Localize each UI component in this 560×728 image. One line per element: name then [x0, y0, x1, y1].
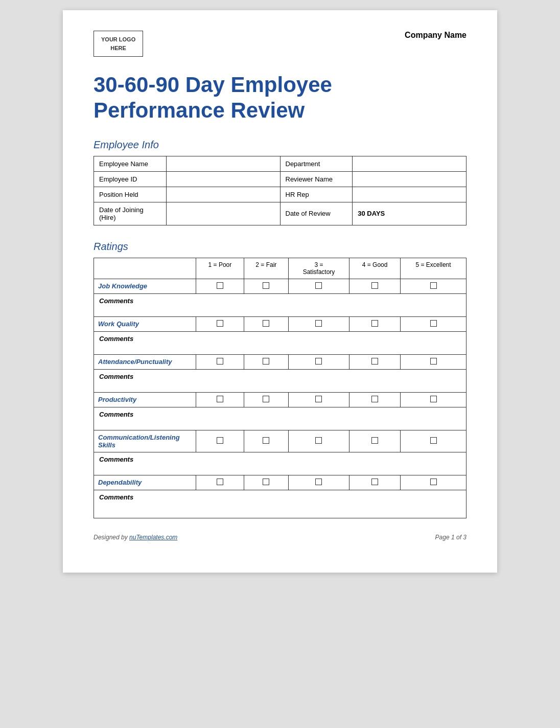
checkbox-5[interactable]	[430, 282, 437, 289]
checkbox-1[interactable]	[217, 479, 223, 485]
comments-work-quality[interactable]: Comments	[94, 331, 466, 354]
checkbox-cell[interactable]	[244, 279, 288, 293]
comments-attendance[interactable]: Comments	[94, 369, 466, 392]
nutemplates-link[interactable]: nuTemplates.com	[129, 534, 177, 541]
comments-job-knowledge[interactable]: Comments	[94, 293, 466, 316]
table-row: Work Quality	[94, 316, 466, 331]
checkbox-4[interactable]	[371, 437, 378, 444]
label-employee-name: Employee Name	[94, 156, 167, 171]
comments-dependability[interactable]: Comments	[94, 490, 466, 518]
checkbox-cell[interactable]	[244, 392, 288, 407]
ratings-section: Ratings 1 = Poor 2 = Fair 3 =Satisfactor…	[94, 241, 466, 518]
ratings-table: 1 = Poor 2 = Fair 3 =Satisfactory 4 = Go…	[94, 258, 466, 518]
checkbox-1[interactable]	[217, 437, 223, 444]
comments-productivity[interactable]: Comments	[94, 407, 466, 430]
checkbox-1[interactable]	[217, 282, 223, 289]
checkbox-4[interactable]	[371, 479, 378, 485]
checkbox-1[interactable]	[217, 358, 223, 365]
checkbox-2[interactable]	[263, 320, 269, 327]
checkbox-5[interactable]	[430, 437, 437, 444]
checkbox-5[interactable]	[430, 396, 437, 402]
checkbox-5[interactable]	[430, 479, 437, 485]
page: YOUR LOGO HERE Company Name 30-60-90 Day…	[63, 10, 497, 573]
checkbox-4[interactable]	[371, 320, 378, 327]
checkbox-cell[interactable]	[244, 316, 288, 331]
checkbox-2[interactable]	[263, 282, 269, 289]
comments-communication[interactable]: Comments	[94, 452, 466, 475]
checkbox-1[interactable]	[217, 320, 223, 327]
checkbox-cell[interactable]	[349, 279, 401, 293]
checkbox-3[interactable]	[315, 437, 322, 444]
checkbox-2[interactable]	[263, 479, 269, 485]
table-row: Productivity	[94, 392, 466, 407]
table-row: Comments	[94, 407, 466, 430]
checkbox-cell[interactable]	[288, 392, 349, 407]
checkbox-5[interactable]	[430, 320, 437, 327]
checkbox-3[interactable]	[315, 358, 322, 365]
checkbox-cell[interactable]	[196, 354, 244, 369]
company-name: Company Name	[405, 31, 466, 40]
table-row: Comments	[94, 293, 466, 316]
ratings-section-title: Ratings	[94, 241, 466, 253]
checkbox-2[interactable]	[263, 396, 269, 402]
value-date-review[interactable]: 30 DAYS	[353, 202, 466, 225]
checkbox-cell[interactable]	[401, 475, 466, 490]
checkbox-cell[interactable]	[401, 354, 466, 369]
checkbox-4[interactable]	[371, 358, 378, 365]
checkbox-2[interactable]	[263, 437, 269, 444]
checkbox-cell[interactable]	[196, 430, 244, 452]
checkbox-cell[interactable]	[244, 430, 288, 452]
table-row: Employee ID Reviewer Name	[94, 171, 466, 187]
value-department[interactable]	[353, 156, 466, 171]
checkbox-cell[interactable]	[288, 354, 349, 369]
checkbox-cell[interactable]	[349, 316, 401, 331]
checkbox-cell[interactable]	[196, 392, 244, 407]
value-employee-id[interactable]	[166, 171, 280, 187]
logo-box: YOUR LOGO HERE	[94, 31, 143, 57]
ratings-header-row: 1 = Poor 2 = Fair 3 =Satisfactory 4 = Go…	[94, 258, 466, 279]
checkbox-cell[interactable]	[349, 354, 401, 369]
checkbox-cell[interactable]	[244, 354, 288, 369]
value-reviewer-name[interactable]	[353, 171, 466, 187]
checkbox-5[interactable]	[430, 358, 437, 365]
checkbox-3[interactable]	[315, 282, 322, 289]
checkbox-cell[interactable]	[288, 430, 349, 452]
checkbox-4[interactable]	[371, 396, 378, 402]
main-title: 30-60-90 Day Employee Performance Review	[94, 72, 466, 124]
checkbox-cell[interactable]	[288, 279, 349, 293]
value-date-joining[interactable]	[166, 202, 280, 225]
checkbox-cell[interactable]	[244, 475, 288, 490]
value-employee-name[interactable]	[166, 156, 280, 171]
page-footer: Designed by nuTemplates.com Page 1 of 3	[94, 534, 466, 541]
checkbox-cell[interactable]	[349, 392, 401, 407]
checkbox-cell[interactable]	[196, 279, 244, 293]
checkbox-cell[interactable]	[401, 430, 466, 452]
label-position-held: Position Held	[94, 187, 167, 202]
checkbox-cell[interactable]	[349, 430, 401, 452]
checkbox-3[interactable]	[315, 320, 322, 327]
page-number: Page 1 of 3	[435, 534, 466, 541]
checkbox-3[interactable]	[315, 396, 322, 402]
checkbox-2[interactable]	[263, 358, 269, 365]
table-row: Position Held HR Rep	[94, 187, 466, 202]
checkbox-cell[interactable]	[401, 316, 466, 331]
table-row: Date of Joining(Hire) Date of Review 30 …	[94, 202, 466, 225]
checkbox-cell[interactable]	[401, 392, 466, 407]
category-work-quality: Work Quality	[94, 316, 196, 331]
checkbox-4[interactable]	[371, 282, 378, 289]
label-hr-rep: HR Rep	[280, 187, 353, 202]
header-2-fair: 2 = Fair	[244, 258, 288, 279]
value-position-held[interactable]	[166, 187, 280, 202]
checkbox-cell[interactable]	[288, 475, 349, 490]
table-row: Attendance/Punctuality	[94, 354, 466, 369]
checkbox-cell[interactable]	[349, 475, 401, 490]
checkbox-3[interactable]	[315, 479, 322, 485]
logo-line1: YOUR LOGO	[101, 36, 135, 42]
checkbox-1[interactable]	[217, 396, 223, 402]
checkbox-cell[interactable]	[401, 279, 466, 293]
label-date-review: Date of Review	[280, 202, 353, 225]
value-hr-rep[interactable]	[353, 187, 466, 202]
checkbox-cell[interactable]	[196, 316, 244, 331]
checkbox-cell[interactable]	[288, 316, 349, 331]
checkbox-cell[interactable]	[196, 475, 244, 490]
